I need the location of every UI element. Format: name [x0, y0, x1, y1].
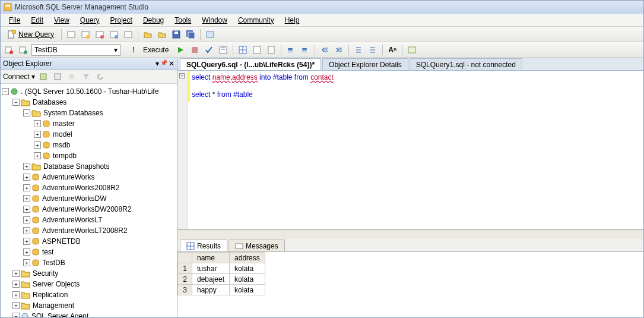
tree-node-AdventureWorksDW[interactable]: +AdventureWorksDW	[1, 193, 177, 204]
close-icon[interactable]: ✕	[169, 59, 175, 68]
indent2-icon[interactable]	[367, 44, 379, 56]
menu-debug[interactable]: Debug	[138, 15, 169, 26]
tree-node-Security[interactable]: +Security	[1, 268, 177, 279]
table-row[interactable]: 2debajeetkolata	[178, 274, 265, 285]
code-content[interactable]: select name,address into #table from con…	[188, 71, 643, 229]
menu-view[interactable]: View	[49, 15, 74, 26]
connect-icon-3[interactable]	[66, 71, 78, 83]
expander-icon[interactable]: +	[12, 302, 20, 309]
expander-icon[interactable]: −	[12, 99, 20, 106]
toolbar-icon-2[interactable]	[80, 29, 91, 40]
tree-db-model[interactable]: +model	[1, 129, 177, 140]
expander-icon[interactable]: +	[23, 206, 30, 213]
results-grid[interactable]: name address 1tusharkolata2debajeetkolat…	[177, 252, 643, 317]
tree-node-TestDB[interactable]: +TestDB	[1, 257, 177, 268]
tree-node-AdventureWorksLT2008R2[interactable]: +AdventureWorksLT2008R2	[1, 225, 177, 236]
expander-icon[interactable]: +	[34, 131, 41, 138]
menu-edit[interactable]: Edit	[26, 15, 48, 26]
save-icon[interactable]	[170, 29, 182, 40]
toolbar-q-icon-2[interactable]	[17, 44, 29, 56]
expander-icon[interactable]: +	[12, 281, 20, 288]
expander-icon[interactable]: +	[12, 270, 20, 277]
expander-icon[interactable]: +	[34, 152, 41, 159]
open-folder-icon[interactable]	[156, 29, 168, 40]
outdent-icon[interactable]	[353, 44, 364, 56]
text-results-icon[interactable]	[251, 44, 263, 56]
refresh-icon[interactable]	[94, 71, 106, 83]
expander-icon[interactable]: +	[12, 291, 20, 298]
menu-help[interactable]: Help	[280, 15, 304, 26]
uncomment-icon[interactable]: ≣	[299, 44, 311, 56]
tree-node-ASPNETDB[interactable]: +ASPNETDB	[1, 236, 177, 247]
tree-node-Replication[interactable]: +Replication	[1, 289, 177, 300]
tree-node-test[interactable]: +test	[1, 247, 177, 257]
connect-icon-2[interactable]	[52, 71, 64, 83]
cell-address[interactable]: kolata	[230, 274, 265, 285]
indent-dec-icon[interactable]	[319, 44, 331, 56]
tree-node-AdventureWorksLT[interactable]: +AdventureWorksLT	[1, 215, 177, 225]
tab-active[interactable]: SQLQuery6.sql - (l...ub\LifeRcks (54))*	[180, 58, 321, 70]
database-selector[interactable]: TestDB ▾	[31, 44, 120, 56]
grid-results-icon[interactable]	[237, 44, 249, 56]
font-icon[interactable]: AB	[386, 44, 398, 56]
tree-node-Database-Snapshots[interactable]: +Database Snapshots	[1, 161, 177, 172]
save-all-icon[interactable]	[185, 29, 196, 40]
menu-community[interactable]: Community	[233, 15, 279, 26]
tree-server-root[interactable]: − . (SQL Server 10.50.1600 - Tushar-Hub\…	[1, 86, 177, 97]
tree-node-Server-Objects[interactable]: +Server Objects	[1, 279, 177, 289]
specify-values-icon[interactable]	[406, 44, 418, 56]
horizontal-scrollbar[interactable]	[177, 229, 643, 239]
cell-name[interactable]: tushar	[192, 263, 230, 274]
connect-icon-1[interactable]	[37, 71, 49, 83]
expander-icon[interactable]: −	[12, 313, 20, 317]
menu-project[interactable]: Project	[106, 15, 137, 26]
indent-inc-icon[interactable]	[333, 44, 345, 56]
expander-icon[interactable]: +	[23, 216, 30, 223]
tree-node-SQL-Server-Agent[interactable]: −SQL Server Agent	[1, 311, 177, 317]
cell-name[interactable]: debajeet	[192, 274, 230, 285]
dropdown-icon[interactable]: ▾	[156, 59, 159, 68]
tree-node-Management[interactable]: +Management	[1, 300, 177, 311]
cell-name[interactable]: happy	[192, 285, 230, 295]
expander-icon[interactable]: +	[23, 163, 30, 170]
expander-icon[interactable]: −	[2, 88, 9, 95]
cell-address[interactable]: kolata	[230, 263, 265, 274]
comment-icon[interactable]: ≣	[285, 44, 297, 56]
tree-node-AdventureWorks[interactable]: +AdventureWorks	[1, 172, 177, 182]
expander-icon[interactable]: +	[23, 259, 30, 266]
table-row[interactable]: 1tusharkolata	[178, 263, 265, 274]
table-row[interactable]: 3happykolata	[178, 285, 265, 295]
col-header-address[interactable]: address	[230, 253, 265, 263]
expander-icon[interactable]: +	[23, 238, 30, 245]
menu-window[interactable]: Window	[197, 15, 232, 26]
debug-run-icon[interactable]	[175, 44, 186, 56]
toolbar-icon-4[interactable]	[108, 29, 120, 40]
toolbar-icon-5[interactable]	[122, 29, 134, 40]
file-results-icon[interactable]	[265, 44, 277, 56]
object-tree[interactable]: − . (SQL Server 10.50.1600 - Tushar-Hub\…	[1, 84, 177, 317]
new-query-button[interactable]: New Query	[3, 29, 58, 40]
tree-db-master[interactable]: +master	[1, 118, 177, 129]
open-file-icon[interactable]	[142, 29, 154, 40]
expander-icon[interactable]: +	[23, 195, 30, 202]
tree-node-AdventureWorksDW2008R2[interactable]: +AdventureWorksDW2008R2	[1, 204, 177, 215]
display-plan-icon[interactable]	[217, 44, 229, 56]
tree-databases[interactable]: − Databases	[1, 97, 177, 108]
expander-icon[interactable]: +	[23, 248, 30, 256]
code-editor[interactable]: − select name,address into #table from c…	[177, 71, 643, 229]
expander-icon[interactable]: −	[23, 109, 30, 117]
expander-icon[interactable]: +	[34, 141, 41, 149]
tree-system-databases[interactable]: − System Databases	[1, 108, 177, 118]
expander-icon[interactable]: +	[23, 174, 30, 181]
results-tab[interactable]: Results	[180, 240, 227, 251]
messages-tab[interactable]: Messages	[229, 240, 285, 251]
menu-tools[interactable]: Tools	[170, 15, 196, 26]
stop-icon[interactable]	[189, 44, 201, 56]
parse-icon[interactable]	[203, 44, 215, 56]
tab-sqlquery1[interactable]: SQLQuery1.sql - not connected	[410, 58, 522, 70]
filter-icon[interactable]	[80, 71, 92, 83]
menu-file[interactable]: File	[4, 15, 25, 26]
toolbar-icon-1[interactable]	[65, 29, 77, 40]
tree-db-tempdb[interactable]: +tempdb	[1, 150, 177, 161]
cell-address[interactable]: kolata	[230, 285, 265, 295]
